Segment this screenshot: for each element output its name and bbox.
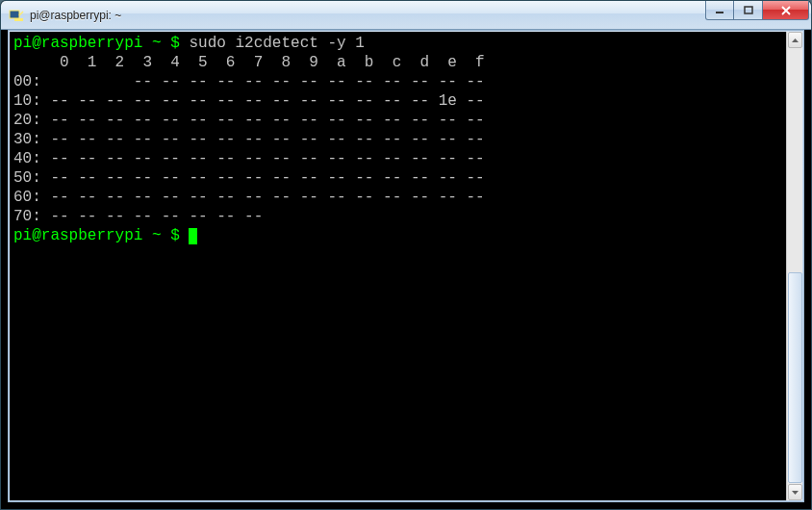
terminal-window: pi@raspberrypi: ~ pi@raspberrypi ~ $ sud… xyxy=(0,0,812,510)
svg-rect-1 xyxy=(14,18,23,21)
i2c-row: 70: -- -- -- -- -- -- -- -- xyxy=(13,207,782,226)
scroll-down-button[interactable] xyxy=(788,484,802,500)
terminal[interactable]: pi@raspberrypi ~ $ sudo i2cdetect -y 1 0… xyxy=(10,32,786,500)
i2c-row: 40: -- -- -- -- -- -- -- -- -- -- -- -- … xyxy=(13,149,782,168)
titlebar[interactable]: pi@raspberrypi: ~ xyxy=(1,1,811,30)
cursor xyxy=(189,228,197,244)
client-area: pi@raspberrypi ~ $ sudo i2cdetect -y 1 0… xyxy=(8,30,804,502)
window-controls xyxy=(705,1,809,20)
i2c-row: 30: -- -- -- -- -- -- -- -- -- -- -- -- … xyxy=(13,130,782,149)
window-title: pi@raspberrypi: ~ xyxy=(30,9,705,22)
terminal-wrap: pi@raspberrypi ~ $ sudo i2cdetect -y 1 0… xyxy=(10,32,802,500)
i2c-row: 00: -- -- -- -- -- -- -- -- -- -- -- -- … xyxy=(13,72,782,91)
i2c-row: 20: -- -- -- -- -- -- -- -- -- -- -- -- … xyxy=(13,111,782,130)
prompt: pi@raspberrypi ~ $ xyxy=(13,227,189,244)
svg-rect-3 xyxy=(745,7,752,13)
scroll-up-button[interactable] xyxy=(788,32,802,48)
close-button[interactable] xyxy=(763,1,809,20)
command-text: sudo i2cdetect -y 1 xyxy=(189,35,364,52)
i2c-header: 0 1 2 3 4 5 6 7 8 9 a b c d e f xyxy=(13,53,782,72)
minimize-button[interactable] xyxy=(705,1,734,20)
putty-icon xyxy=(9,8,24,23)
i2c-row: 50: -- -- -- -- -- -- -- -- -- -- -- -- … xyxy=(13,168,782,188)
svg-rect-0 xyxy=(10,11,19,18)
svg-rect-2 xyxy=(716,12,723,13)
vertical-scrollbar[interactable] xyxy=(786,32,802,500)
prompt: pi@raspberrypi ~ $ xyxy=(13,35,189,52)
scroll-thumb[interactable] xyxy=(788,272,802,483)
i2c-row: 10: -- -- -- -- -- -- -- -- -- -- -- -- … xyxy=(13,91,782,111)
i2c-row: 60: -- -- -- -- -- -- -- -- -- -- -- -- … xyxy=(13,188,782,207)
maximize-button[interactable] xyxy=(734,1,763,20)
